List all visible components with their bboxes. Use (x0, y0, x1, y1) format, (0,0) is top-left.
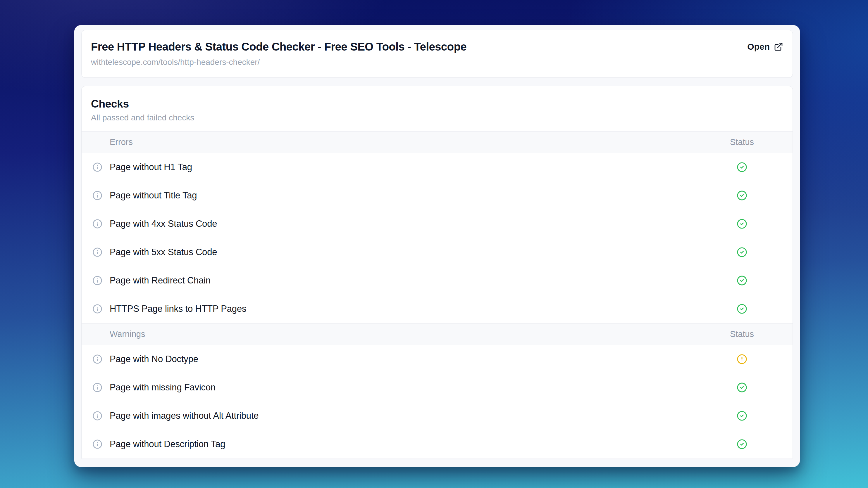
status-cell (691, 219, 793, 229)
check-row: Page with images without Alt Attribute (82, 402, 793, 430)
page-background: { "header": { "title": "Free HTTP Header… (0, 0, 868, 488)
check-row-main: Page with images without Alt Attribute (82, 411, 691, 421)
check-circle-icon (737, 247, 747, 257)
check-row: Page without Description Tag (82, 430, 793, 458)
open-link[interactable]: Open (747, 42, 783, 52)
status-cell (691, 411, 793, 421)
check-label: Page with images without Alt Attribute (110, 411, 258, 421)
check-circle-icon (737, 275, 747, 286)
status-cell (691, 304, 793, 314)
check-row-main: Page with missing Favicon (82, 382, 691, 393)
check-circle-icon (737, 219, 747, 229)
open-link-label: Open (747, 42, 770, 52)
alert-circle-icon (737, 354, 747, 364)
info-icon[interactable] (92, 439, 102, 449)
check-row: Page without Title Tag (82, 182, 793, 210)
status-cell (691, 439, 793, 449)
info-icon[interactable] (92, 354, 102, 364)
checks-card-header: Checks All passed and failed checks (82, 86, 793, 131)
status-cell (691, 275, 793, 286)
page-url: withtelescope.com/tools/http-headers-che… (91, 58, 466, 67)
result-panel: Free HTTP Headers & Status Code Checker … (74, 25, 800, 467)
check-circle-icon (737, 411, 747, 421)
check-row: Page with missing Favicon (82, 373, 793, 402)
check-circle-icon (737, 382, 747, 393)
section-header-row: Errors Status (82, 131, 793, 153)
check-label: Page without H1 Tag (110, 162, 192, 172)
check-row: Page with 5xx Status Code (82, 238, 793, 266)
info-icon[interactable] (92, 219, 102, 229)
check-row-main: Page without Description Tag (82, 439, 691, 449)
check-label: Page with missing Favicon (110, 382, 216, 393)
check-row-main: Page with 4xx Status Code (82, 219, 691, 229)
check-row: Page without H1 Tag (82, 153, 793, 182)
info-icon[interactable] (92, 275, 102, 286)
status-column: Status (691, 329, 793, 339)
check-row-main: Page with No Doctype (82, 354, 691, 364)
status-cell (691, 190, 793, 201)
status-cell (691, 354, 793, 364)
checks-title: Checks (91, 98, 783, 110)
external-link-icon (774, 42, 783, 52)
info-icon[interactable] (92, 304, 102, 314)
page-title: Free HTTP Headers & Status Code Checker … (91, 40, 466, 54)
status-cell (691, 382, 793, 393)
status-column: Status (691, 137, 793, 147)
check-row-main: Page without H1 Tag (82, 162, 691, 172)
check-label: Page with 5xx Status Code (110, 247, 217, 257)
section-label: Errors (82, 137, 691, 147)
page-header-text: Free HTTP Headers & Status Code Checker … (91, 40, 466, 67)
check-label: Page with Redirect Chain (110, 275, 211, 286)
info-icon[interactable] (92, 247, 102, 257)
check-row: Page with No Doctype (82, 345, 793, 373)
check-label: HTTPS Page links to HTTP Pages (110, 304, 246, 314)
check-label: Page without Description Tag (110, 439, 225, 449)
status-cell (691, 247, 793, 257)
check-circle-icon (737, 304, 747, 314)
checks-card: Checks All passed and failed checks Erro… (81, 86, 793, 458)
check-label: Page with 4xx Status Code (110, 219, 217, 229)
status-column-header: Status (730, 329, 754, 339)
check-row-main: Page with Redirect Chain (82, 275, 691, 286)
check-row-main: HTTPS Page links to HTTP Pages (82, 304, 691, 314)
status-column-header: Status (730, 137, 754, 147)
check-label: Page without Title Tag (110, 190, 197, 201)
info-icon[interactable] (92, 162, 102, 172)
check-row-main: Page with 5xx Status Code (82, 247, 691, 257)
status-cell (691, 162, 793, 172)
checks-subtitle: All passed and failed checks (91, 113, 783, 123)
check-row: Page with Redirect Chain (82, 266, 793, 295)
check-row: Page with 4xx Status Code (82, 210, 793, 238)
check-label: Page with No Doctype (110, 354, 198, 364)
section-header-row: Warnings Status (82, 323, 793, 345)
check-circle-icon (737, 162, 747, 172)
check-circle-icon (737, 190, 747, 201)
page-header-card: Free HTTP Headers & Status Code Checker … (81, 30, 793, 78)
check-row: HTTPS Page links to HTTP Pages (82, 295, 793, 323)
info-icon[interactable] (92, 411, 102, 421)
section-label: Warnings (82, 329, 691, 339)
check-row-main: Page without Title Tag (82, 190, 691, 201)
checks-table: Errors Status Page without H1 Tag (82, 131, 793, 458)
check-circle-icon (737, 439, 747, 449)
info-icon[interactable] (92, 191, 102, 200)
info-icon[interactable] (92, 383, 102, 392)
